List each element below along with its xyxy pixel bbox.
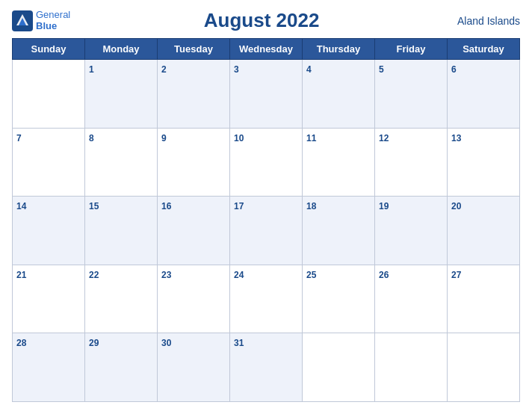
header-saturday: Saturday — [448, 39, 520, 60]
day-number: 8 — [89, 133, 94, 143]
calendar-day-cell: 22 — [85, 265, 158, 333]
day-number: 26 — [379, 270, 389, 280]
day-number: 9 — [161, 133, 167, 143]
day-number: 1 — [89, 64, 94, 75]
calendar-day-cell: 17 — [230, 197, 303, 265]
day-number: 14 — [16, 201, 26, 211]
logo-icon — [12, 10, 33, 31]
day-number: 12 — [379, 133, 389, 143]
calendar-day-cell: 23 — [158, 265, 230, 333]
header-sunday: Sunday — [13, 39, 85, 60]
day-number: 2 — [161, 64, 167, 75]
calendar-day-cell: 19 — [375, 197, 448, 265]
calendar-day-cell: 9 — [158, 128, 230, 197]
weekday-header-row: Sunday Monday Tuesday Wednesday Thursday… — [13, 39, 520, 60]
logo: General Blue — [12, 10, 70, 31]
calendar-week-row: 21222324252627 — [13, 265, 520, 333]
calendar-day-cell: 5 — [375, 60, 448, 129]
day-number: 6 — [451, 64, 457, 75]
logo-text: General Blue — [36, 10, 70, 31]
calendar-day-cell: 18 — [303, 197, 375, 265]
day-number: 15 — [89, 201, 99, 211]
header-monday: Monday — [85, 39, 158, 60]
calendar-day-cell: 30 — [158, 333, 230, 402]
header-wednesday: Wednesday — [230, 39, 303, 60]
day-number: 28 — [16, 338, 26, 348]
day-number: 11 — [306, 133, 316, 143]
calendar-week-row: 14151617181920 — [13, 197, 520, 265]
day-number: 24 — [234, 270, 244, 280]
calendar-day-cell: 4 — [303, 60, 375, 129]
region-label: Aland Islands — [453, 15, 520, 27]
calendar-page: General Blue August 2022 Aland Islands S… — [0, 0, 532, 411]
calendar-day-cell — [375, 333, 448, 402]
header-friday: Friday — [375, 39, 448, 60]
calendar-day-cell: 14 — [13, 197, 85, 265]
calendar-day-cell: 12 — [375, 128, 448, 197]
calendar-day-cell: 11 — [303, 128, 375, 197]
calendar-day-cell: 24 — [230, 265, 303, 333]
logo-line1: General — [36, 9, 70, 20]
calendar-title: August 2022 — [70, 9, 453, 32]
day-number: 19 — [379, 201, 389, 211]
day-number: 25 — [306, 270, 316, 280]
day-number: 16 — [161, 201, 171, 211]
day-number: 23 — [161, 270, 171, 280]
calendar-day-cell: 2 — [158, 60, 230, 129]
calendar-day-cell: 15 — [85, 197, 158, 265]
day-number: 10 — [234, 133, 244, 143]
header-thursday: Thursday — [303, 39, 375, 60]
calendar-day-cell: 8 — [85, 128, 158, 197]
calendar-day-cell: 10 — [230, 128, 303, 197]
day-number: 31 — [234, 338, 244, 348]
calendar-day-cell: 29 — [85, 333, 158, 402]
day-number: 3 — [234, 64, 239, 75]
day-number: 7 — [16, 133, 22, 143]
header-tuesday: Tuesday — [158, 39, 230, 60]
calendar-table: Sunday Monday Tuesday Wednesday Thursday… — [12, 38, 520, 402]
calendar-day-cell — [13, 60, 85, 129]
day-number: 30 — [161, 338, 171, 348]
calendar-day-cell: 31 — [230, 333, 303, 402]
day-number: 5 — [379, 64, 384, 75]
calendar-day-cell — [448, 333, 520, 402]
calendar-day-cell — [303, 333, 375, 402]
calendar-day-cell: 13 — [448, 128, 520, 197]
calendar-day-cell: 7 — [13, 128, 85, 197]
day-number: 4 — [306, 64, 312, 75]
calendar-day-cell: 26 — [375, 265, 448, 333]
calendar-header: General Blue August 2022 Aland Islands — [12, 9, 520, 32]
calendar-week-row: 123456 — [13, 60, 520, 129]
day-number: 13 — [451, 133, 461, 143]
calendar-day-cell: 6 — [448, 60, 520, 129]
calendar-week-row: 78910111213 — [13, 128, 520, 197]
calendar-day-cell: 21 — [13, 265, 85, 333]
day-number: 29 — [89, 338, 99, 348]
day-number: 21 — [16, 270, 26, 280]
day-number: 27 — [451, 270, 461, 280]
day-number: 17 — [234, 201, 244, 211]
logo-line2: Blue — [36, 20, 57, 31]
day-number: 18 — [306, 201, 316, 211]
calendar-day-cell: 1 — [85, 60, 158, 129]
calendar-week-row: 28293031 — [13, 333, 520, 402]
calendar-day-cell: 20 — [448, 197, 520, 265]
day-number: 22 — [89, 270, 99, 280]
calendar-day-cell: 16 — [158, 197, 230, 265]
day-number: 20 — [451, 201, 461, 211]
calendar-day-cell: 28 — [13, 333, 85, 402]
calendar-day-cell: 25 — [303, 265, 375, 333]
calendar-day-cell: 3 — [230, 60, 303, 129]
calendar-day-cell: 27 — [448, 265, 520, 333]
